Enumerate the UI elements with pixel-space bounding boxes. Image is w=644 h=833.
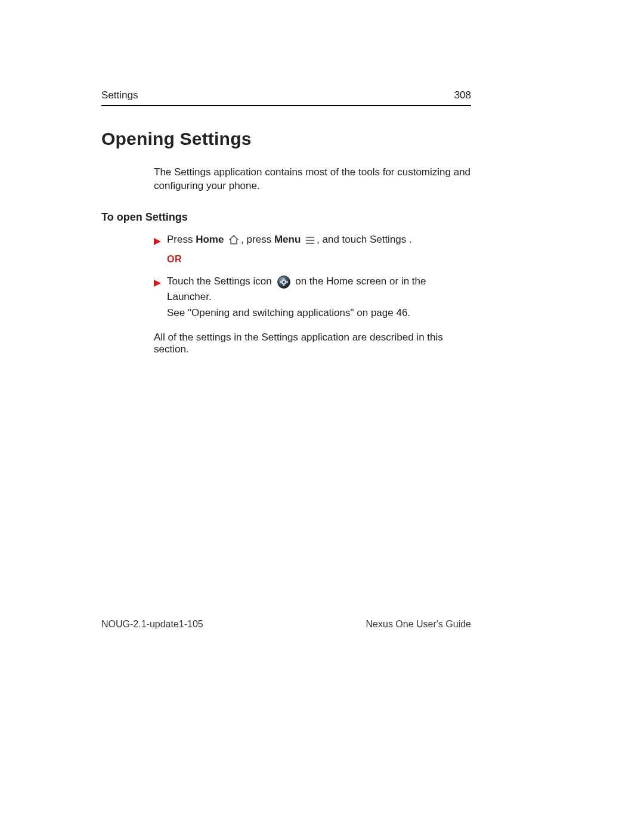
svg-marker-0 — [154, 238, 161, 245]
page-footer: NOUG-2.1-update1-105 Nexus One User's Gu… — [101, 619, 471, 630]
settings-app-icon — [277, 275, 290, 289]
header-section: Settings — [101, 89, 138, 101]
bullet-arrow-icon — [154, 276, 161, 292]
header-page-number: 308 — [454, 89, 471, 101]
intro-paragraph: The Settings application contains most o… — [154, 166, 471, 193]
svg-marker-4 — [154, 280, 161, 287]
step2-t1: Touch the Settings icon — [167, 275, 275, 287]
step-2-text: Touch the Settings icon — [167, 274, 471, 321]
footer-doc-title: Nexus One User's Guide — [366, 619, 471, 630]
menu-key-icon — [305, 234, 315, 249]
step-2: Touch the Settings icon — [154, 274, 471, 321]
step1-menu: Menu — [274, 234, 301, 245]
closing-paragraph: All of the settings in the Settings appl… — [154, 332, 471, 355]
running-header: Settings 308 — [101, 89, 471, 106]
step1-home: Home — [196, 234, 224, 245]
step1-settings: Settings — [370, 234, 406, 245]
home-key-icon — [228, 234, 239, 249]
step1-t3: , and touch — [317, 234, 370, 245]
step1-t1: Press — [167, 234, 196, 245]
svg-point-15 — [283, 281, 285, 283]
see-reference: See "Opening and switching applications"… — [167, 305, 471, 321]
page-title: Opening Settings — [101, 129, 471, 149]
step1-t2: , press — [241, 234, 274, 245]
or-label: OR — [167, 252, 471, 267]
document-page: Settings 308 Opening Settings The Settin… — [101, 89, 471, 355]
bullet-arrow-icon — [154, 234, 161, 250]
steps-block: Press Home , press Menu , and touch Sett… — [154, 232, 471, 321]
step-1: Press Home , press Menu , and touch Sett… — [154, 232, 471, 272]
step1-t4: . — [406, 234, 411, 245]
footer-doc-id: NOUG-2.1-update1-105 — [101, 619, 203, 630]
step-1-text: Press Home , press Menu , and touch Sett… — [167, 232, 471, 272]
subheading: To open Settings — [101, 211, 471, 224]
